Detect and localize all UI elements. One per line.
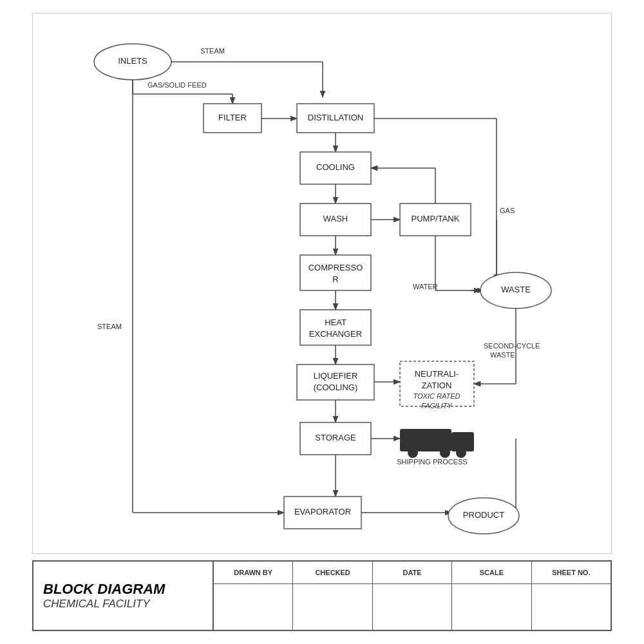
truck-wheel1 [408,448,418,458]
second-cycle-label1: SECOND-CYCLE [484,342,540,350]
title-main: BLOCK DIAGRAM CHEMICAL FACILITY [33,562,214,630]
sheet-no-label: SHEET NO. [532,562,611,583]
toxic-label2: FACILITY [421,402,452,410]
cooling-label: COOLING [316,162,355,172]
title-bold: BLOCK DIAGRAM [43,581,165,598]
truck-wheel2 [440,448,450,458]
compressor-box [300,255,371,290]
liquefier-label1: LIQUEFIER [314,371,358,381]
pump-tank-label: PUMP/TANK [412,214,460,223]
sheet-no-value [532,584,611,630]
neutral-label2: ZATION [422,381,452,390]
toxic-label1: TOXIC RATED [413,392,460,400]
compressor-label1: COMPRESSO [308,263,363,272]
title-block: BLOCK DIAGRAM CHEMICAL FACILITY DRAWN BY… [32,560,612,631]
drawn-by-label: DRAWN BY [214,562,293,583]
checked-value [293,584,372,630]
heat-label1: HEAT [325,317,346,327]
field-values-row [214,584,611,630]
neutral-label1: NEUTRALI- [415,369,459,379]
scale-label: SCALE [452,562,531,583]
liquefier-label2: (COOLING) [314,383,358,392]
title-sub: CHEMICAL FACILITY [43,598,150,611]
drawn-by-value [214,584,293,630]
title-fields: DRAWN BY CHECKED DATE SCALE SHEET NO. [214,562,611,630]
shipping-label: SHIPPING PROCESS [397,458,467,466]
date-label: DATE [373,562,452,583]
storage-label: STORAGE [315,433,356,442]
wash-label: WASH [323,214,348,223]
diagram-area: INLETS STEAM GAS/SOLID FEED FILTER DISTI… [32,13,612,554]
gas-solid-label: GAS/SOLID FEED [147,81,207,89]
checked-label: CHECKED [293,562,372,583]
steam2-label: STEAM [97,323,122,330]
gas-label: GAS [500,207,515,214]
second-cycle-label2: WASTE [490,351,515,359]
main-container: INLETS STEAM GAS/SOLID FEED FILTER DISTI… [0,0,644,644]
scale-value [452,584,531,630]
distillation-label: DISTILLATION [308,113,363,122]
evaporator-label: EVAPORATOR [294,507,351,516]
field-labels-row: DRAWN BY CHECKED DATE SCALE SHEET NO. [214,562,611,584]
steam1-label: STEAM [200,47,225,55]
heat-label2: EXCHANGER [309,329,362,339]
inlets-label: INLETS [118,56,147,66]
water-label: WATER [413,283,438,290]
waste-label: WASTE [501,285,531,294]
compressor-label2: R [332,274,338,284]
date-value [373,584,452,630]
product-label: PRODUCT [463,510,504,520]
filter-label: FILTER [218,113,247,122]
truck-wheel3 [456,448,466,458]
heat-exchanger-box [300,310,371,345]
